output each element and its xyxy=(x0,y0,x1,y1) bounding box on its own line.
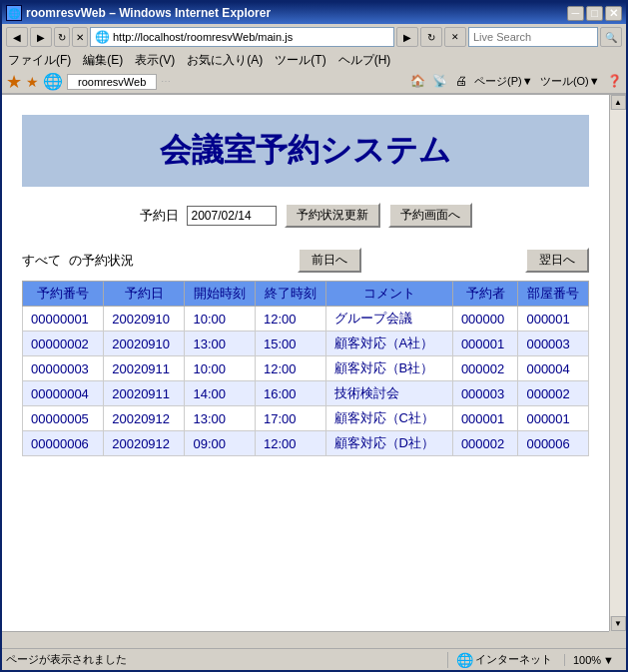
screen-button[interactable]: 予約画面へ xyxy=(388,203,472,228)
links-bar: ★ ★ 🌐 roomresvWeb ⋯ 🏠 📡 🖨 ページ(P)▼ ツール(O)… xyxy=(2,70,626,94)
stop2-button[interactable]: ✕ xyxy=(444,27,466,47)
home-icon[interactable]: 🏠 xyxy=(410,74,425,88)
forward-button[interactable]: ▶ xyxy=(30,27,52,47)
table-cell: 000000 xyxy=(452,307,518,332)
table-cell: 09:00 xyxy=(185,431,256,456)
scroll-up-button[interactable]: ▲ xyxy=(611,95,626,110)
restore-button[interactable]: □ xyxy=(586,6,603,21)
table-row[interactable]: 000000012002091010:0012:00グループ会議00000000… xyxy=(23,307,589,332)
table-cell: 000002 xyxy=(452,431,518,456)
tools-menu-icon[interactable]: ツール(O)▼ xyxy=(540,75,600,87)
date-row: 予約日 予約状況更新 予約画面へ xyxy=(22,203,589,228)
table-cell: 顧客対応（B社） xyxy=(325,356,452,381)
table-header-cell: コメント xyxy=(325,282,452,307)
table-row[interactable]: 000000062002091209:0012:00顧客対応（D社）000002… xyxy=(23,431,589,456)
table-cell: 20020912 xyxy=(104,406,185,431)
table-cell: 000001 xyxy=(452,332,518,356)
window-icon: 🌐 xyxy=(6,5,22,21)
address-bar[interactable]: 🌐 http://localhost/roomresvWeb/main.js xyxy=(90,27,394,47)
table-header-cell: 終了時刻 xyxy=(255,282,325,307)
tab-label[interactable]: roomresvWeb xyxy=(67,74,157,90)
status-bar: ページが表示されました 🌐 インターネット 100% ▼ xyxy=(2,648,626,670)
navigation-bar: ◀ ▶ ↻ ✕ 🌐 http://localhost/roomresvWeb/m… xyxy=(2,24,626,50)
table-cell: 顧客対応（A社） xyxy=(325,332,452,356)
table-cell: 00000001 xyxy=(23,307,104,332)
menu-tools[interactable]: ツール(T) xyxy=(275,52,325,69)
zoom-level: 100% xyxy=(573,654,601,666)
refresh2-button[interactable]: ↻ xyxy=(420,27,442,47)
menu-help[interactable]: ヘルプ(H) xyxy=(338,52,391,69)
print-icon[interactable]: 🖨 xyxy=(455,74,467,88)
table-cell: 12:00 xyxy=(255,356,325,381)
content-area: 会議室予約システム 予約日 予約状況更新 予約画面へ すべて の予約状況 前日へ… xyxy=(2,95,626,648)
menu-bar: ファイル(F) 編集(E) 表示(V) お気に入り(A) ツール(T) ヘルプ(… xyxy=(2,50,626,70)
table-cell: 000001 xyxy=(452,406,518,431)
table-row[interactable]: 000000042002091114:0016:00技術検討会000003000… xyxy=(23,381,589,406)
table-row[interactable]: 000000022002091013:0015:00顧客対応（A社）000001… xyxy=(23,332,589,356)
table-header-cell: 予約者 xyxy=(452,282,518,307)
address-text: http://localhost/roomresvWeb/main.js xyxy=(113,31,389,43)
table-cell: 13:00 xyxy=(185,406,256,431)
page-content: 会議室予約システム 予約日 予約状況更新 予約画面へ すべて の予約状況 前日へ… xyxy=(2,95,609,476)
table-cell: グループ会議 xyxy=(325,307,452,332)
table-cell: 12:00 xyxy=(255,307,325,332)
scroll-track[interactable] xyxy=(610,110,626,616)
browser-window: 🌐 roomresvWeb – Windows Internet Explore… xyxy=(0,0,628,672)
vertical-scrollbar[interactable]: ▲ ▼ xyxy=(609,95,626,631)
reservations-table: 予約番号予約日開始時刻終了時刻コメント予約者部屋番号 0000000120020… xyxy=(22,281,589,456)
go-button[interactable]: ▶ xyxy=(396,27,418,47)
table-row[interactable]: 000000052002091213:0017:00顧客対応（C社）000001… xyxy=(23,406,589,431)
feeds-icon[interactable]: 📡 xyxy=(432,74,447,88)
minimize-button[interactable]: ─ xyxy=(567,6,584,21)
status-zoom[interactable]: 100% ▼ xyxy=(564,654,622,666)
table-cell: 10:00 xyxy=(185,356,256,381)
zone-icon: 🌐 xyxy=(456,652,473,668)
table-header-row: 予約番号予約日開始時刻終了時刻コメント予約者部屋番号 xyxy=(23,282,589,307)
menu-favorites[interactable]: お気に入り(A) xyxy=(187,52,263,69)
menu-view[interactable]: 表示(V) xyxy=(135,52,175,69)
status-zone: 🌐 インターネット xyxy=(447,652,560,668)
window-title: roomresvWeb – Windows Internet Explorer xyxy=(26,6,567,20)
table-cell: 000002 xyxy=(452,356,518,381)
close-button[interactable]: ✕ xyxy=(605,6,622,21)
table-cell: 000006 xyxy=(518,431,589,456)
table-cell: 20020912 xyxy=(104,431,185,456)
table-row[interactable]: 000000032002091110:0012:00顧客対応（B社）000002… xyxy=(23,356,589,381)
table-cell: 20020910 xyxy=(104,332,185,356)
status-row: すべて の予約状況 前日へ 翌日へ xyxy=(22,248,589,273)
table-cell: 20020911 xyxy=(104,356,185,381)
date-input[interactable] xyxy=(187,206,277,226)
table-cell: 13:00 xyxy=(185,332,256,356)
back-button[interactable]: ◀ xyxy=(6,27,28,47)
add-favorites-icon: ★ xyxy=(26,74,39,90)
prev-day-button[interactable]: 前日へ xyxy=(298,248,361,273)
table-header-cell: 予約日 xyxy=(104,282,185,307)
favorites-star-icon: ★ xyxy=(6,71,22,93)
menu-edit[interactable]: 編集(E) xyxy=(83,52,123,69)
table-header-cell: 予約番号 xyxy=(23,282,104,307)
status-message: ページが表示されました xyxy=(6,652,443,667)
zone-label: インターネット xyxy=(475,652,552,667)
table-cell: 14:00 xyxy=(185,381,256,406)
table-cell: 000001 xyxy=(518,406,589,431)
help-icon[interactable]: ❓ xyxy=(607,74,622,88)
table-cell: 顧客対応（C社） xyxy=(325,406,452,431)
page-title: 会議室予約システム xyxy=(36,129,575,173)
menu-file[interactable]: ファイル(F) xyxy=(8,52,71,69)
update-button[interactable]: 予約状況更新 xyxy=(285,203,380,228)
stop-button[interactable]: ✕ xyxy=(72,27,88,47)
table-cell: 15:00 xyxy=(255,332,325,356)
horizontal-scrollbar[interactable] xyxy=(2,631,609,648)
search-input[interactable] xyxy=(468,27,598,47)
table-cell: 技術検討会 xyxy=(325,381,452,406)
refresh-button[interactable]: ↻ xyxy=(54,27,70,47)
table-cell: 00000006 xyxy=(23,431,104,456)
table-cell: 00000005 xyxy=(23,406,104,431)
table-cell: 00000004 xyxy=(23,381,104,406)
table-header-cell: 開始時刻 xyxy=(185,282,256,307)
next-day-button[interactable]: 翌日へ xyxy=(525,248,589,273)
scroll-down-button[interactable]: ▼ xyxy=(611,616,626,631)
page-menu-icon[interactable]: ページ(P)▼ xyxy=(474,75,533,87)
toolbar-icons: 🏠 📡 🖨 ページ(P)▼ ツール(O)▼ ❓ xyxy=(410,74,622,89)
search-button[interactable]: 🔍 xyxy=(600,27,622,47)
